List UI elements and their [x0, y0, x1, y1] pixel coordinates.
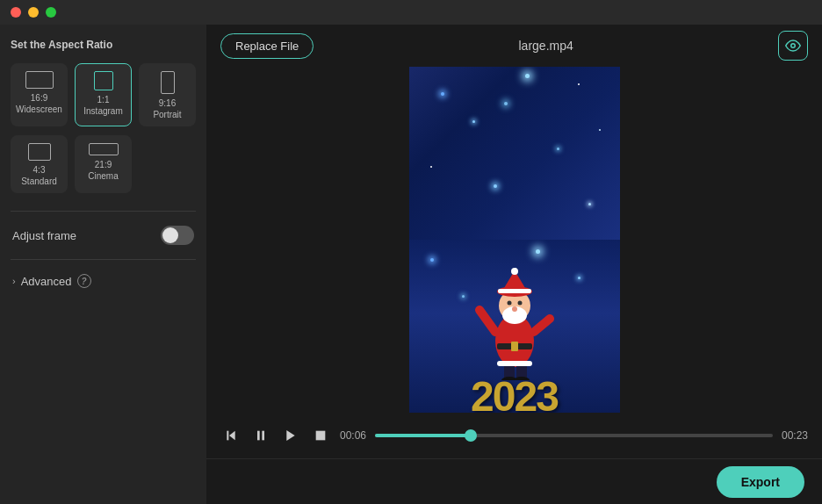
chevron-right-icon: ›: [12, 276, 16, 286]
content-area: Replace File large.mp4: [206, 25, 822, 504]
svg-point-0: [791, 44, 796, 48]
divider: [11, 211, 196, 212]
toggle-knob: [162, 227, 178, 243]
adjust-frame-label: Adjust frame: [12, 229, 76, 242]
total-time: 00:23: [782, 429, 808, 442]
aspect-label-21-9: 21:9Cinema: [88, 159, 118, 182]
video-top-half: [409, 67, 620, 240]
aspect-label-1-1: 1:1Instagram: [83, 94, 122, 117]
minimize-button[interactable]: [28, 7, 39, 18]
progress-bar[interactable]: [375, 434, 773, 437]
aspect-ratio-1-1[interactable]: 1:1Instagram: [75, 63, 132, 126]
svg-marker-20: [229, 431, 235, 441]
titlebar: [0, 0, 822, 25]
aspect-icon-9-16: [161, 71, 175, 94]
step-back-button[interactable]: [220, 425, 242, 446]
svg-point-10: [507, 301, 511, 306]
aspect-ratio-16-9[interactable]: 16:9Widescreen: [11, 63, 68, 126]
svg-point-11: [517, 301, 522, 306]
svg-line-14: [534, 319, 550, 332]
aspect-icon-21-9: [89, 143, 119, 155]
aspect-icon-1-1: [94, 71, 113, 90]
aspect-label-9-16: 9:16Portrait: [153, 97, 181, 120]
svg-rect-23: [262, 431, 264, 441]
aspect-ratio-4-3[interactable]: 4:3Standard: [11, 135, 68, 193]
aspect-label-16-9: 16:9Widescreen: [16, 92, 62, 115]
year-display: 2023: [471, 372, 558, 413]
eye-button[interactable]: [778, 31, 808, 61]
svg-rect-3: [511, 342, 518, 351]
aspect-ratio-21-9[interactable]: 21:9Cinema: [75, 135, 132, 193]
santa-figure: [475, 266, 554, 380]
progress-fill: [375, 434, 471, 437]
svg-rect-25: [316, 431, 326, 441]
aspect-icon-4-3: [28, 143, 51, 161]
sidebar: Set the Aspect Ratio 16:9Widescreen 1:1I…: [0, 25, 206, 504]
aspect-icon-16-9: [25, 71, 54, 89]
close-button[interactable]: [11, 7, 21, 18]
svg-point-7: [511, 268, 518, 275]
file-name: large.mp4: [519, 39, 573, 53]
adjust-frame-toggle[interactable]: [161, 226, 194, 245]
advanced-row[interactable]: › Advanced ?: [11, 270, 196, 292]
video-preview: 2023: [206, 67, 822, 413]
bottom-bar: Export: [206, 458, 822, 504]
play-pause-button[interactable]: [250, 425, 271, 446]
top-bar: Replace File large.mp4: [206, 25, 822, 67]
video-container: 2023: [409, 67, 620, 413]
aspect-label-4-3: 4:3Standard: [21, 164, 57, 187]
svg-marker-24: [286, 430, 294, 441]
aspect-ratio-grid-row2: 4:3Standard 21:9Cinema: [11, 135, 196, 193]
maximize-button[interactable]: [46, 7, 56, 18]
export-button[interactable]: Export: [717, 466, 804, 498]
svg-rect-22: [257, 431, 260, 441]
svg-point-12: [512, 306, 517, 312]
svg-line-13: [480, 310, 495, 332]
info-icon[interactable]: ?: [77, 274, 91, 288]
aspect-ratio-9-16[interactable]: 9:16Portrait: [139, 63, 196, 126]
adjust-frame-row: Adjust frame: [11, 222, 196, 248]
player-controls: 00:06 00:23: [206, 413, 822, 458]
divider2: [11, 259, 196, 260]
sidebar-title: Set the Aspect Ratio: [11, 39, 196, 51]
current-time: 00:06: [340, 429, 366, 442]
replace-file-button[interactable]: Replace File: [220, 33, 314, 59]
stop-button[interactable]: [310, 425, 331, 446]
main-layout: Set the Aspect Ratio 16:9Widescreen 1:1I…: [0, 25, 822, 504]
svg-rect-8: [498, 289, 531, 293]
svg-rect-19: [497, 361, 532, 366]
advanced-label: Advanced: [21, 275, 72, 288]
aspect-ratio-grid-row1: 16:9Widescreen 1:1Instagram 9:16Portrait: [11, 63, 196, 126]
play-button[interactable]: [280, 425, 301, 446]
svg-rect-21: [227, 431, 228, 441]
video-bottom-half: 2023: [409, 240, 620, 413]
progress-thumb[interactable]: [465, 429, 477, 442]
